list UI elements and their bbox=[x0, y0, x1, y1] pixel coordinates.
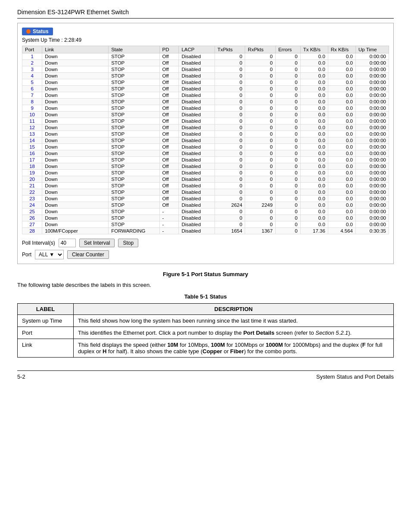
cell-rxpkts: 0 bbox=[245, 112, 276, 118]
cell-txpkts: 0 bbox=[215, 221, 245, 228]
cell-lacp: Disabled bbox=[179, 92, 215, 99]
cell-errors: 0 bbox=[275, 157, 300, 163]
cell-errors: 0 bbox=[275, 73, 300, 79]
cell-lacp: Disabled bbox=[179, 189, 215, 196]
cell-lacp: Disabled bbox=[179, 221, 215, 228]
table-row: 28100M/FCopperFORWARDING-Disabled1654136… bbox=[22, 228, 389, 234]
port-link-15[interactable]: 15 bbox=[29, 144, 35, 149]
col-header-rxkb: Rx KB/s bbox=[328, 46, 355, 53]
cell-lacp: Disabled bbox=[179, 79, 215, 86]
set-interval-button[interactable]: Set Interval bbox=[79, 239, 115, 247]
cell-pd: Off bbox=[159, 150, 179, 157]
screenshot-panel: Status System Up Time : 2:28:49 Port Lin… bbox=[17, 23, 394, 264]
port-link-21[interactable]: 21 bbox=[29, 183, 35, 188]
desc-row-port: Port This identifies the Ethernet port. … bbox=[18, 327, 394, 339]
port-link-6[interactable]: 6 bbox=[31, 86, 33, 91]
port-link-26[interactable]: 26 bbox=[29, 215, 35, 221]
cell-port: 15 bbox=[22, 144, 42, 150]
port-link-22[interactable]: 22 bbox=[29, 190, 35, 195]
cell-txkb: 17.36 bbox=[300, 228, 328, 234]
stop-button[interactable]: Stop bbox=[118, 239, 138, 247]
cell-port: 12 bbox=[22, 124, 42, 131]
cell-link: Down bbox=[42, 196, 109, 202]
port-select[interactable]: ALL ▼ bbox=[35, 250, 64, 259]
cell-port: 13 bbox=[22, 131, 42, 137]
poll-interval-label: Poll Interval(s) bbox=[22, 240, 55, 246]
port-link-20[interactable]: 20 bbox=[29, 177, 35, 182]
cell-errors: 0 bbox=[275, 105, 300, 112]
port-link-28[interactable]: 28 bbox=[29, 228, 35, 233]
cell-txkb: 0.0 bbox=[300, 124, 328, 131]
cell-link: Down bbox=[42, 215, 109, 221]
port-link-11[interactable]: 11 bbox=[29, 118, 35, 124]
cell-rxpkts: 0 bbox=[245, 189, 276, 196]
cell-uptime: 0:00:00 bbox=[355, 176, 389, 183]
cell-link: Down bbox=[42, 208, 109, 215]
cell-rxkb: 0.0 bbox=[328, 53, 355, 60]
cell-uptime: 0:00:00 bbox=[355, 118, 389, 124]
cell-txkb: 0.0 bbox=[300, 189, 328, 196]
cell-uptime: 0:00:00 bbox=[355, 150, 389, 157]
port-link-9[interactable]: 9 bbox=[31, 106, 33, 111]
col-header-port: Port bbox=[22, 46, 42, 53]
system-uptime: System Up Time : 2:28:49 bbox=[22, 37, 389, 43]
col-header-txpkts: TxPkts bbox=[215, 46, 245, 53]
cell-lacp: Disabled bbox=[179, 73, 215, 79]
port-link-17[interactable]: 17 bbox=[29, 157, 35, 162]
cell-errors: 0 bbox=[275, 202, 300, 208]
cell-txpkts: 0 bbox=[215, 176, 245, 183]
cell-rxkb: 0.0 bbox=[328, 137, 355, 144]
port-link-2[interactable]: 2 bbox=[31, 60, 33, 65]
cell-rxpkts: 0 bbox=[245, 215, 276, 221]
cell-txkb: 0.0 bbox=[300, 150, 328, 157]
port-link-7[interactable]: 7 bbox=[31, 93, 33, 98]
cell-state: FORWARDING bbox=[109, 228, 159, 234]
poll-interval-input[interactable] bbox=[59, 239, 76, 247]
port-link-1[interactable]: 1 bbox=[31, 54, 33, 59]
port-link-19[interactable]: 19 bbox=[29, 170, 35, 175]
cell-uptime: 0:00:00 bbox=[355, 131, 389, 137]
cell-pd: - bbox=[159, 208, 179, 215]
cell-port: 3 bbox=[22, 66, 42, 73]
port-link-18[interactable]: 18 bbox=[29, 164, 35, 169]
cell-pd: Off bbox=[159, 112, 179, 118]
cell-rxkb: 0.0 bbox=[328, 112, 355, 118]
port-link-3[interactable]: 3 bbox=[31, 67, 33, 72]
table-row: 12DownSTOPOffDisabled0000.00.00:00:00 bbox=[22, 124, 389, 131]
cell-uptime: 0:00:00 bbox=[355, 60, 389, 66]
cell-state: STOP bbox=[109, 189, 159, 196]
table-row: 8DownSTOPOffDisabled0000.00.00:00:00 bbox=[22, 99, 389, 105]
port-link-10[interactable]: 10 bbox=[29, 112, 35, 117]
col-header-lacp: LACP bbox=[179, 46, 215, 53]
port-link-8[interactable]: 8 bbox=[31, 99, 33, 104]
cell-state: STOP bbox=[109, 124, 159, 131]
port-link-25[interactable]: 25 bbox=[29, 209, 35, 214]
port-link-13[interactable]: 13 bbox=[29, 131, 35, 137]
port-link-12[interactable]: 12 bbox=[29, 125, 35, 130]
cell-port: 25 bbox=[22, 208, 42, 215]
cell-txpkts: 1654 bbox=[215, 228, 245, 234]
cell-rxkb: 0.0 bbox=[328, 99, 355, 105]
port-link-24[interactable]: 24 bbox=[29, 202, 35, 208]
cell-txpkts: 0 bbox=[215, 150, 245, 157]
port-link-14[interactable]: 14 bbox=[29, 138, 35, 143]
cell-txpkts: 0 bbox=[215, 86, 245, 92]
cell-state: STOP bbox=[109, 215, 159, 221]
cell-rxkb: 0.0 bbox=[328, 150, 355, 157]
clear-counter-button[interactable]: Clear Counter bbox=[67, 250, 109, 259]
cell-uptime: 0:00:00 bbox=[355, 53, 389, 60]
cell-errors: 0 bbox=[275, 215, 300, 221]
port-link-27[interactable]: 27 bbox=[29, 222, 35, 227]
cell-port: 18 bbox=[22, 163, 42, 170]
cell-uptime: 0:00:00 bbox=[355, 112, 389, 118]
port-link-23[interactable]: 23 bbox=[29, 196, 35, 201]
cell-txkb: 0.0 bbox=[300, 157, 328, 163]
cell-link: Down bbox=[42, 99, 109, 105]
cell-rxpkts: 0 bbox=[245, 86, 276, 92]
port-link-4[interactable]: 4 bbox=[31, 73, 33, 78]
cell-state: STOP bbox=[109, 176, 159, 183]
cell-errors: 0 bbox=[275, 170, 300, 176]
cell-state: STOP bbox=[109, 183, 159, 189]
port-link-16[interactable]: 16 bbox=[29, 151, 35, 156]
port-link-5[interactable]: 5 bbox=[31, 80, 33, 85]
